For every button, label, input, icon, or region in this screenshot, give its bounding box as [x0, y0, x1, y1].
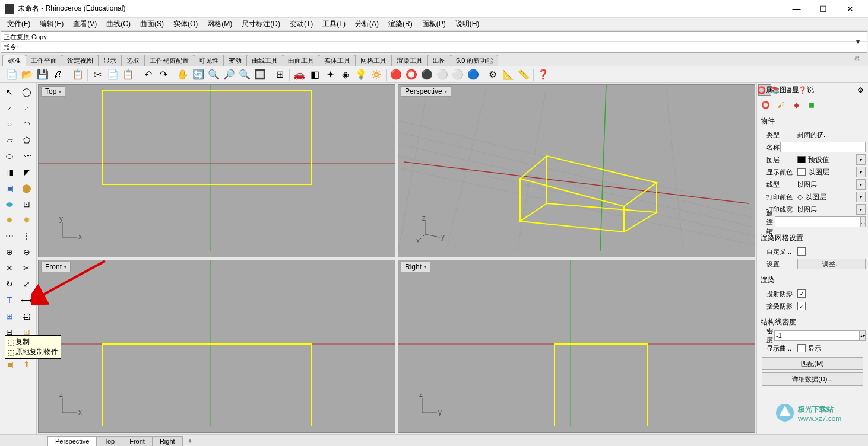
- bottom-tab-front[interactable]: Front: [122, 436, 153, 447]
- zoom-selected-icon[interactable]: 🔍: [237, 68, 252, 82]
- tab-rendertools[interactable]: 渲染工具: [391, 55, 428, 66]
- controlpoint-icon[interactable]: ⟋: [18, 100, 35, 116]
- prop-name-input[interactable]: [780, 142, 866, 152]
- xray-icon[interactable]: 🔵: [466, 68, 480, 82]
- cylinder-icon[interactable]: ⬬: [1, 196, 18, 212]
- tabs-gear-icon[interactable]: ⚙: [854, 55, 863, 64]
- print-icon[interactable]: 🖨: [51, 68, 65, 82]
- tab-surfacetools[interactable]: 曲面工具: [283, 55, 319, 66]
- tab-curvetools[interactable]: 曲线工具: [246, 55, 283, 66]
- menu-mesh[interactable]: 网格(M): [202, 18, 237, 30]
- bottom-tab-right[interactable]: Right: [152, 436, 183, 447]
- options-icon[interactable]: ⚙: [486, 68, 500, 82]
- paste-icon[interactable]: 📋: [121, 68, 135, 82]
- light-icon[interactable]: 💡: [354, 68, 368, 82]
- panel-square-icon[interactable]: ◼: [804, 98, 819, 112]
- tab-standard[interactable]: 标准: [2, 55, 26, 66]
- tab-solidtools[interactable]: 实体工具: [319, 55, 356, 66]
- tab-display[interactable]: 显示: [98, 55, 122, 66]
- circle-icon[interactable]: ○: [1, 116, 18, 132]
- prop-show-checkbox[interactable]: [797, 344, 806, 352]
- car-icon[interactable]: 🚗: [292, 68, 306, 82]
- render-icon[interactable]: 🔴: [389, 68, 403, 82]
- pointsoff-icon[interactable]: ⋮: [18, 228, 35, 244]
- tab-setview[interactable]: 设定视图: [62, 55, 99, 66]
- match-button[interactable]: 匹配(M): [762, 357, 863, 370]
- prop-layer-dropdown[interactable]: ▾: [856, 154, 866, 165]
- properties-icon[interactable]: ⭕: [404, 68, 419, 82]
- new-icon[interactable]: 📄: [5, 68, 19, 82]
- polygon-icon[interactable]: ⬠: [18, 132, 35, 148]
- viewport-top-label[interactable]: Top ▾: [41, 86, 65, 97]
- menu-curve[interactable]: 曲线(C): [102, 18, 135, 30]
- prop-printwidth-dropdown[interactable]: ▾: [856, 204, 866, 215]
- copy-icon[interactable]: 📄: [106, 68, 120, 82]
- four-views-icon[interactable]: ⊞: [273, 68, 287, 82]
- prop-density-spinner[interactable]: ▴▾: [860, 330, 866, 341]
- prop-custom-checkbox[interactable]: [797, 247, 806, 256]
- menu-analyze[interactable]: 分析(A): [350, 18, 384, 30]
- panel-brush-icon[interactable]: 🖌: [774, 98, 788, 112]
- scale-icon[interactable]: ⤢: [18, 276, 35, 292]
- menu-view[interactable]: 查看(V): [68, 18, 102, 30]
- arc-icon[interactable]: ◠: [18, 116, 35, 132]
- panel-tab-help[interactable]: ❓说: [799, 84, 812, 96]
- trim-icon[interactable]: ✕: [1, 260, 18, 276]
- hide-icon[interactable]: 🔅: [369, 68, 384, 82]
- tab-drafting[interactable]: 出图: [427, 55, 451, 66]
- tab-newfeatures[interactable]: 5.0 的新功能: [451, 55, 498, 66]
- ghosted-icon[interactable]: ⚪: [435, 68, 449, 82]
- curve-icon[interactable]: 〰: [18, 148, 35, 164]
- zoom-extents-icon[interactable]: 🔎: [222, 68, 236, 82]
- help-icon[interactable]: ❓: [536, 68, 550, 82]
- explode-icon[interactable]: ✸: [1, 212, 18, 228]
- bottom-tab-top[interactable]: Top: [96, 436, 122, 447]
- prop-hyperlink-button[interactable]: ...: [860, 216, 866, 227]
- menu-file[interactable]: 文件(F): [2, 18, 35, 30]
- zoom-icon[interactable]: 🔍: [207, 68, 221, 82]
- sphere-icon[interactable]: ⬤: [18, 180, 35, 196]
- box-icon[interactable]: ▣: [1, 180, 18, 196]
- command-line[interactable]: 指令:: [1, 42, 867, 52]
- prop-printcolor-dropdown[interactable]: ▾: [856, 192, 866, 202]
- layer-icon[interactable]: ◈: [338, 68, 353, 82]
- panel-circle-icon[interactable]: ⭕: [758, 98, 772, 112]
- tab-meshtools[interactable]: 网格工具: [355, 55, 392, 66]
- panel-tab-layers[interactable]: 📚图: [772, 84, 785, 96]
- viewport-right-dropdown-icon[interactable]: ▾: [424, 265, 426, 270]
- text-icon[interactable]: T: [1, 292, 18, 308]
- named-cplane-icon[interactable]: ✦: [323, 68, 337, 82]
- viewport-perspective-dropdown-icon[interactable]: ▾: [445, 89, 447, 94]
- import-icon[interactable]: 📋: [71, 68, 85, 82]
- tab-cplane[interactable]: 工作平面: [26, 55, 62, 66]
- join-icon[interactable]: ✹: [18, 212, 35, 228]
- shade-icon[interactable]: ⚫: [420, 68, 434, 82]
- viewport-right-label[interactable]: Right ▾: [401, 262, 430, 272]
- prop-density-input[interactable]: [774, 330, 860, 341]
- prop-castshadows-checkbox[interactable]: ✓: [797, 289, 806, 298]
- viewport-front[interactable]: Front ▾ x z: [38, 260, 395, 433]
- viewport-top-dropdown-icon[interactable]: ▾: [59, 89, 61, 94]
- details-button[interactable]: 详细数据(D)...: [762, 372, 863, 386]
- zoom-window-icon[interactable]: 🔲: [253, 68, 267, 82]
- menu-transform[interactable]: 变动(T): [285, 18, 318, 30]
- rotate-icon[interactable]: 🔄: [191, 68, 205, 82]
- mirror-icon[interactable]: ⊖: [18, 244, 35, 260]
- panel-tab-properties[interactable]: ⭕属: [758, 84, 771, 96]
- menu-tools[interactable]: 工具(L): [318, 18, 350, 30]
- copy-tool-icon[interactable]: ⿻: [18, 308, 35, 324]
- viewport-perspective-label[interactable]: Perspective ▾: [401, 86, 451, 97]
- tab-transform[interactable]: 变动: [223, 55, 247, 66]
- menu-solid[interactable]: 实体(O): [169, 18, 202, 30]
- tab-select[interactable]: 选取: [121, 55, 145, 66]
- minimize-button[interactable]: —: [783, 1, 810, 17]
- menu-panels[interactable]: 面板(P): [417, 18, 451, 30]
- maximize-button[interactable]: ☐: [810, 1, 837, 17]
- arrow-icon[interactable]: ↖: [1, 84, 18, 100]
- split-icon[interactable]: ✂: [18, 260, 35, 276]
- surface-icon[interactable]: ◨: [1, 164, 18, 180]
- command-dropdown-icon[interactable]: ▾: [854, 32, 862, 51]
- save-icon[interactable]: 💾: [36, 68, 50, 82]
- redo-icon[interactable]: ↷: [156, 68, 170, 82]
- panel-diamond-icon[interactable]: ◆: [789, 98, 803, 112]
